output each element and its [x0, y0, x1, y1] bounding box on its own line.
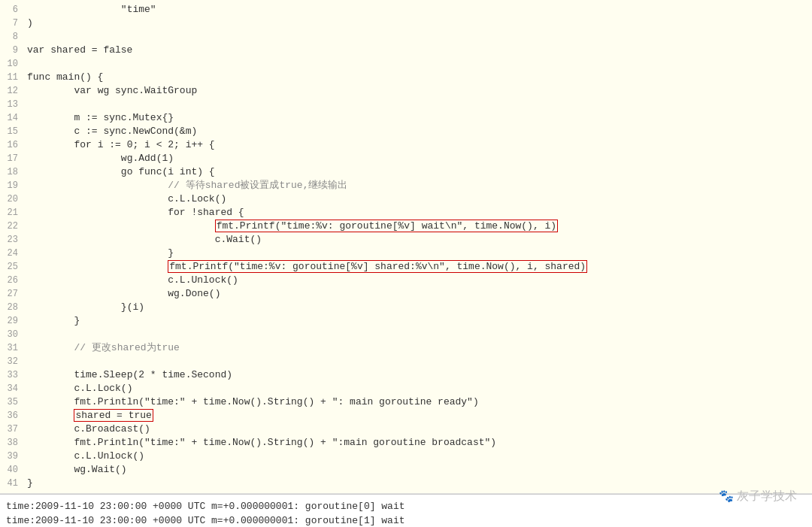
- code-line-13: 13: [0, 98, 812, 111]
- code-box-22: fmt.Printf("time:%v: goroutine[%v] wait\…: [215, 220, 558, 232]
- code-box-36: shared = true: [74, 409, 153, 422]
- output-area: time:2009-11-10 23:00:00 +0000 UTC m=+0.…: [0, 494, 812, 527]
- code-line-40: 40 wg.Wait(): [0, 463, 812, 477]
- code-line-8: 8: [0, 30, 812, 44]
- code-line-16: 16 for i := 0; i < 2; i++ {: [0, 138, 812, 152]
- output-line-2: time:2009-11-10 23:00:00 +0000 UTC m=+0.…: [6, 513, 806, 527]
- code-line-34: 34 c.L.Lock(): [0, 382, 812, 395]
- code-line-29: 29 }: [0, 314, 812, 328]
- code-line-41: 41 }: [0, 477, 812, 490]
- code-area: 6 "time" 7 ) 8 9 var shared = false 10 1…: [0, 0, 812, 494]
- code-line-12: 12 var wg sync.WaitGroup: [0, 84, 812, 98]
- code-line-11: 11 func main() {: [0, 71, 812, 84]
- code-line-9: 9 var shared = false: [0, 44, 812, 57]
- code-line-7: 7 ): [0, 17, 812, 30]
- code-line-10: 10: [0, 57, 812, 71]
- code-line-26: 26 c.L.Unlock(): [0, 274, 812, 287]
- code-line-15: 15 c := sync.NewCond(&m): [0, 125, 812, 138]
- code-line-14: 14 m := sync.Mutex{}: [0, 111, 812, 125]
- code-line-37: 37 c.Broadcast(): [0, 423, 812, 436]
- code-box-25: fmt.Printf("time:%v: goroutine[%v] share…: [168, 260, 587, 273]
- code-line-31: 31 // 更改shared为true: [0, 341, 812, 355]
- code-line-21: 21 for !shared {: [0, 206, 812, 220]
- code-line-18: 18 go func(i int) {: [0, 165, 812, 179]
- code-line-20: 20 c.L.Lock(): [0, 192, 812, 206]
- watermark-text: 🐾 灰子学技术: [719, 489, 797, 502]
- code-line-35: 35 fmt.Println("time:" + time.Now().Stri…: [0, 395, 812, 409]
- code-line-24: 24 }: [0, 247, 812, 260]
- code-line-30: 30: [0, 328, 812, 341]
- code-line-39: 39 c.L.Unlock(): [0, 450, 812, 463]
- code-line-25: 25 fmt.Printf("time:%v: goroutine[%v] sh…: [0, 260, 812, 274]
- code-line-27: 27 wg.Done(): [0, 287, 812, 301]
- code-line-17: 17 wg.Add(1): [0, 152, 812, 165]
- code-line-23: 23 c.Wait(): [0, 233, 812, 247]
- output-line-1: time:2009-11-10 23:00:00 +0000 UTC m=+0.…: [6, 499, 806, 513]
- code-line-33: 33 time.Sleep(2 * time.Second): [0, 368, 812, 382]
- code-line-36: 36 shared = true: [0, 409, 812, 423]
- code-line-6: 6 "time": [0, 3, 812, 17]
- watermark: 🐾 灰子学技术: [719, 489, 797, 504]
- code-line-28: 28 }(i): [0, 301, 812, 314]
- code-line-38: 38 fmt.Println("time:" + time.Now().Stri…: [0, 436, 812, 450]
- code-line-22: 22 fmt.Printf("time:%v: goroutine[%v] wa…: [0, 220, 812, 233]
- code-line-32: 32: [0, 355, 812, 368]
- code-line-19: 19 // 等待shared被设置成true,继续输出: [0, 179, 812, 192]
